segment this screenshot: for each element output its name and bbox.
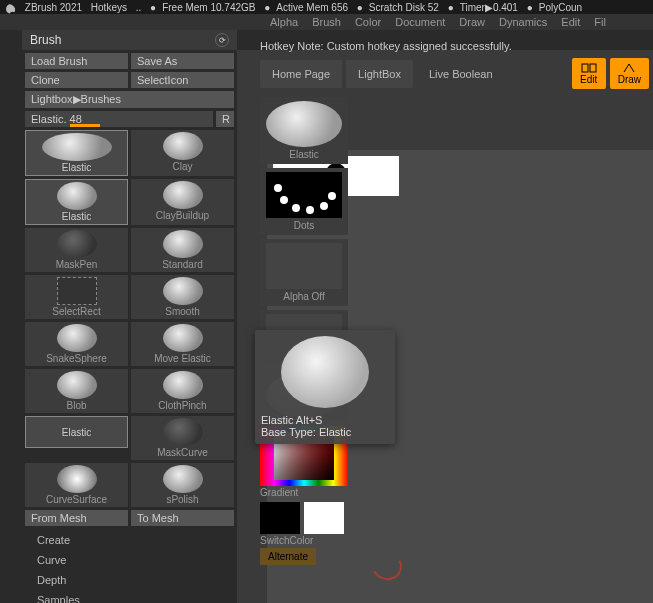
refresh-icon[interactable]: ⟳ — [215, 33, 229, 47]
polycount: PolyCoun — [539, 2, 582, 13]
clone-button[interactable]: Clone — [25, 72, 128, 88]
menu-edit[interactable]: Edit — [561, 16, 580, 28]
tooltip-brush-icon — [281, 336, 369, 408]
hotkey-note: Hotkey Note: Custom hotkey assigned succ… — [260, 38, 649, 58]
submenu-create[interactable]: Create — [37, 530, 222, 550]
alternate-button[interactable]: Alternate — [260, 548, 316, 565]
top-toolbar: Hotkey Note: Custom hotkey assigned succ… — [260, 38, 649, 565]
brush-grid: Elastic Clay Elastic ClayBuildup MaskPen… — [25, 130, 234, 507]
brush-smooth[interactable]: Smooth — [131, 275, 234, 319]
brush-clothpinch[interactable]: ClothPinch — [131, 369, 234, 413]
home-page-tab[interactable]: Home Page — [260, 60, 342, 88]
edit-icon — [580, 62, 598, 74]
tooltip-title: Elastic Alt+S — [261, 414, 389, 426]
brush-tooltip: Elastic Alt+S Base Type: Elastic — [255, 330, 395, 444]
gradient-label: Gradient — [260, 487, 298, 498]
edit-mode-button[interactable]: Edit — [572, 58, 606, 89]
draw-mode-button[interactable]: Draw — [610, 58, 649, 89]
app-name: ZBrush 2021 — [25, 2, 82, 13]
top-status-bar: ZBrush 2021 Hotkeys .. ●Free Mem 10.742G… — [0, 0, 653, 14]
brush-elastic-3[interactable]: Elastic — [25, 416, 128, 448]
brush-claybuildup[interactable]: ClayBuildup — [131, 179, 234, 225]
left-dock-rail[interactable] — [0, 50, 22, 603]
zbrush-logo-icon — [4, 1, 18, 14]
alpha-preview-icon — [266, 243, 342, 289]
brush-elastic-2[interactable]: Elastic — [25, 179, 128, 225]
save-as-button[interactable]: Save As — [131, 53, 234, 69]
brush-clay[interactable]: Clay — [131, 130, 234, 176]
svg-rect-0 — [582, 64, 588, 72]
brush-snakesphere[interactable]: SnakeSphere — [25, 322, 128, 366]
brush-panel: Load Brush Save As Clone SelectIcon Ligh… — [22, 50, 237, 603]
current-alpha-slot[interactable]: Alpha Off — [260, 239, 348, 306]
select-icon-button[interactable]: SelectIcon — [131, 72, 234, 88]
main-color-swatch[interactable] — [260, 502, 300, 534]
tooltip-basetype: Base Type: Elastic — [261, 426, 389, 438]
submenu-curve[interactable]: Curve — [37, 550, 222, 570]
timer: Timer▶0.401 — [460, 2, 518, 13]
switchcolor-label[interactable]: SwitchColor — [260, 535, 313, 546]
brush-standard[interactable]: Standard — [131, 228, 234, 272]
active-mem: Active Mem 656 — [276, 2, 348, 13]
main-menu-bar: Alpha Brush Color Document Draw Dynamics… — [0, 14, 653, 30]
reset-button[interactable]: R — [216, 111, 234, 127]
scratch-disk: Scratch Disk 52 — [369, 2, 439, 13]
hotkeys-label[interactable]: Hotkeys — [91, 2, 127, 13]
load-brush-button[interactable]: Load Brush — [25, 53, 128, 69]
menu-alpha[interactable]: Alpha — [270, 16, 298, 28]
menu-dynamics[interactable]: Dynamics — [499, 16, 547, 28]
submenu-depth[interactable]: Depth — [37, 570, 222, 590]
panel-title-text: Brush — [30, 33, 61, 47]
svg-rect-1 — [590, 64, 596, 72]
from-mesh-button[interactable]: From Mesh — [25, 510, 128, 526]
live-boolean-tab[interactable]: Live Boolean — [417, 60, 505, 88]
brush-submenu-list: Create Curve Depth Samples Elasticity Fi… — [25, 526, 234, 603]
brush-blob[interactable]: Blob — [25, 369, 128, 413]
search-indicator — [70, 124, 100, 127]
lightbox-tab[interactable]: LightBox — [346, 60, 413, 88]
brush-search-input[interactable]: Elastic. 48 — [25, 111, 213, 127]
brush-curvesurface[interactable]: CurveSurface — [25, 463, 128, 507]
free-mem: Free Mem 10.742GB — [162, 2, 255, 13]
menu-document[interactable]: Document — [395, 16, 445, 28]
menu-color[interactable]: Color — [355, 16, 381, 28]
submenu-samples[interactable]: Samples — [37, 590, 222, 603]
menu-brush[interactable]: Brush — [312, 16, 341, 28]
secondary-color-swatch[interactable] — [304, 502, 344, 534]
menu-draw[interactable]: Draw — [459, 16, 485, 28]
to-mesh-button[interactable]: To Mesh — [131, 510, 234, 526]
brush-maskcurve[interactable]: MaskCurve — [131, 416, 234, 460]
brush-selectrect[interactable]: SelectRect — [25, 275, 128, 319]
draw-icon — [620, 62, 638, 74]
brush-preview-icon — [266, 101, 342, 147]
brush-panel-header: Brush ⟳ — [22, 30, 237, 50]
current-brush-slot[interactable]: Elastic — [260, 97, 348, 164]
brush-moveelastic[interactable]: Move Elastic — [131, 322, 234, 366]
brush-maskpen[interactable]: MaskPen — [25, 228, 128, 272]
brush-elastic[interactable]: Elastic — [25, 130, 128, 176]
current-stroke-slot[interactable]: Dots — [260, 168, 348, 235]
brush-spolish[interactable]: sPolish — [131, 463, 234, 507]
menu-file[interactable]: Fil — [594, 16, 606, 28]
lightbox-brushes-button[interactable]: Lightbox▶Brushes — [25, 91, 234, 108]
stroke-preview-icon — [266, 172, 342, 218]
